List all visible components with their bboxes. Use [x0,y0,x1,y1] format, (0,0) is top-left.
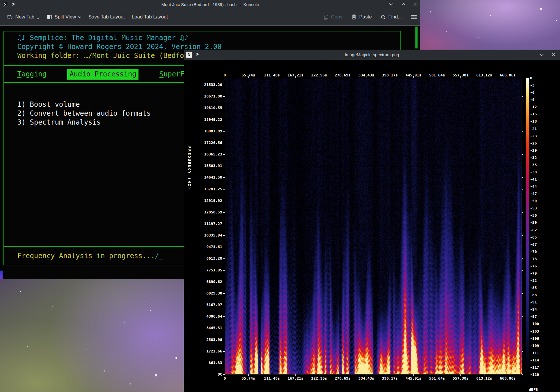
terminal-cursor: _ [159,252,163,260]
db-tick-label: -18 [530,119,537,123]
status-text: Frequency Analysis in progress... [17,252,155,260]
freq-tick [522,340,523,340]
find-button[interactable]: Find... [381,14,402,20]
db-tick-label: -114 [530,358,539,362]
konsole-window-title: Mont Juic Suite (Bedford - 1989) : bash … [0,2,420,7]
time-tick [484,374,484,376]
time-tick-label: 557.38s [453,376,469,380]
freq-tick [223,177,225,178]
db-tick-label: -103 [530,329,539,333]
db-tick-label: -9 [530,97,535,102]
freq-tick [522,120,523,120]
freq-tick-label: 20671.88 [184,94,222,98]
db-tick-label: -62 [530,228,537,232]
freq-tick [522,316,523,317]
close-button[interactable] [552,53,555,57]
time-tick-label: 668.86s [500,376,516,380]
konsole-titlebar[interactable]: Mont Juic Suite (Bedford - 1989) : bash … [0,0,420,9]
freq-tick [223,224,225,224]
freq-tick [223,351,225,352]
freq-tick-label: 6029.30 [184,291,222,295]
time-tick [225,374,225,376]
time-tick-label: 445.91s [406,376,422,380]
freq-tick [522,177,523,178]
freq-tick [223,270,225,271]
menu-item-audio-processing[interactable]: Audio Processing [67,69,138,80]
freq-tick [522,305,523,305]
freq-tick [223,328,225,328]
db-tick-label: -85 [530,286,537,290]
freq-tick-label: 21533.20 [184,82,222,87]
freq-tick [522,235,523,236]
imagemagick-titlebar[interactable]: X ImageMagick: spectrum.png [184,50,560,60]
freq-tick [223,212,225,213]
time-tick [248,374,249,376]
db-tick-label: -15 [530,112,537,116]
freq-tick-label: 18949.22 [184,117,222,122]
minimize-button[interactable] [389,3,394,6]
pin-icon[interactable] [195,52,199,57]
hamburger-icon [411,15,417,19]
db-tick-label: -88 [530,293,537,297]
shade-button[interactable] [540,53,544,56]
freq-tick-label: 14642.58 [184,175,222,179]
pin-icon[interactable] [11,2,15,7]
db-tick-label: -50 [530,199,537,203]
close-button[interactable] [413,3,417,6]
db-tick-label: -94 [530,307,537,312]
paste-button[interactable]: Paste [351,14,372,20]
db-tick-label: -73 [530,257,537,261]
db-tick-label: -29 [530,148,537,153]
load-tab-layout-button[interactable]: Load Tab Layout [132,14,168,20]
db-tick-label: -117 [530,365,539,370]
new-tab-button[interactable]: New Tab [7,14,39,20]
db-tick-label: -111 [530,351,539,355]
time-tick [508,76,508,78]
copy-label: Copy [331,14,343,20]
wallpaper-sliver [0,271,3,279]
save-tab-layout-button[interactable]: Save Tab Layout [88,14,125,20]
time-tick-label: 390.17s [382,376,398,380]
spectrogram-image[interactable]: FREQUENCY (HZ) TIME dBFS CREATED BY LIBA… [184,60,560,392]
freq-tick-label: 11197.27 [184,222,222,226]
freq-tick-label: 5167.97 [184,303,222,307]
time-tick-label: 334.43s [358,376,374,380]
freq-tick-label: 17226.56 [184,140,222,145]
time-tick [295,76,296,78]
freq-tick [223,340,225,340]
db-tick-label: -12 [530,105,537,109]
time-tick-label: 55.74s [241,376,255,380]
copy-button[interactable]: Copy [323,14,343,20]
menu-item-tagging[interactable]: Tagging [17,70,46,79]
maximize-button[interactable] [401,3,406,6]
time-tick-label: 278.69s [335,376,351,380]
freq-tick [223,96,225,97]
time-tick [366,76,366,78]
db-tick-label: -76 [530,264,537,268]
hamburger-menu-button[interactable] [411,15,417,19]
status-spinner: / [155,252,159,260]
freq-tick [522,131,523,132]
x11-logo-icon: X [186,52,192,58]
time-tick-label: 501.64s [429,376,445,380]
time-tick [484,76,484,78]
time-tick-label: 613.12s [476,376,492,380]
db-tick-label: -26 [530,141,537,145]
db-tick-label: -100 [530,322,539,326]
db-tick-label: -47 [530,192,537,196]
time-tick [248,76,249,78]
db-tick-label: -38 [530,170,537,174]
new-tab-label: New Tab [15,14,34,20]
konsole-app-icon [3,2,8,7]
load-tab-layout-label: Load Tab Layout [132,14,168,20]
spectrogram-plot[interactable] [225,78,522,374]
terminal-scrollbar[interactable] [415,27,418,48]
db-tick-label: -106 [530,336,539,341]
db-tick-label: -59 [530,220,537,225]
freq-tick-label: 8613.28 [184,256,222,260]
time-tick [343,76,343,78]
freq-tick [522,363,523,363]
split-view-button[interactable]: Split View [46,14,81,20]
db-tick-label: -56 [530,213,537,217]
time-tick [366,374,366,376]
